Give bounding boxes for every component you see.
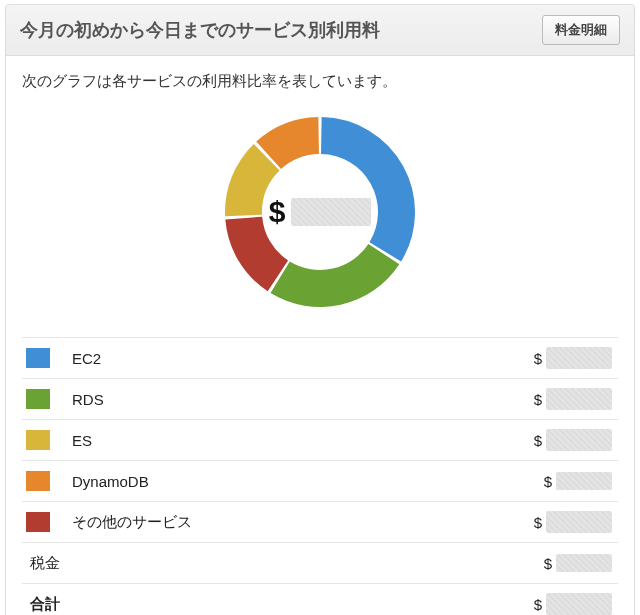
card-title: 今月の初めから今日までのサービス別利用料	[20, 18, 380, 42]
legend-label: その他のサービス	[72, 513, 534, 532]
amount-redacted	[546, 347, 612, 369]
currency-symbol: $	[544, 555, 552, 572]
amount: $	[544, 472, 618, 490]
amount-redacted	[556, 554, 612, 572]
amount-redacted	[546, 511, 612, 533]
currency-symbol: $	[534, 350, 542, 367]
card-header: 今月の初めから今日までのサービス別利用料 料金明細	[6, 5, 634, 56]
color-swatch	[26, 389, 50, 409]
tax-row: 税金$	[22, 543, 618, 584]
legend-row: その他のサービス$	[22, 502, 618, 543]
legend-label: ES	[72, 432, 534, 449]
color-swatch	[26, 430, 50, 450]
legend-list: EC2$RDS$ES$DynamoDB$その他のサービス$税金$合計$	[22, 337, 618, 615]
amount: $	[534, 429, 618, 451]
amount: $	[534, 347, 618, 369]
amount: $	[534, 511, 618, 533]
donut-center: $	[215, 107, 425, 317]
total-row: 合計$	[22, 584, 618, 615]
legend-row: ES$	[22, 420, 618, 461]
billing-details-button[interactable]: 料金明細	[542, 15, 620, 45]
color-swatch	[26, 348, 50, 368]
color-swatch	[26, 471, 50, 491]
amount-redacted	[546, 429, 612, 451]
currency-symbol: $	[544, 473, 552, 490]
currency-symbol: $	[534, 391, 542, 408]
legend-label: DynamoDB	[72, 473, 544, 490]
legend-label: RDS	[72, 391, 534, 408]
tax-label: 税金	[30, 554, 544, 573]
legend-label: EC2	[72, 350, 534, 367]
legend-row: DynamoDB$	[22, 461, 618, 502]
currency-symbol: $	[534, 514, 542, 531]
currency-symbol: $	[534, 432, 542, 449]
amount: $	[534, 388, 618, 410]
legend-row: EC2$	[22, 338, 618, 379]
total-label: 合計	[30, 595, 534, 614]
center-currency-symbol: $	[269, 195, 286, 229]
color-swatch	[26, 512, 50, 532]
donut-chart: $	[215, 107, 425, 317]
card-subtitle: 次のグラフは各サービスの利用料比率を表しています。	[22, 72, 618, 91]
amount-redacted	[556, 472, 612, 490]
card-body: 次のグラフは各サービスの利用料比率を表しています。 $ EC2$RDS$ES$D…	[6, 56, 634, 615]
center-amount-redacted	[291, 198, 371, 226]
amount-redacted	[546, 388, 612, 410]
billing-card: 今月の初めから今日までのサービス別利用料 料金明細 次のグラフは各サービスの利用…	[5, 4, 635, 615]
amount: $	[534, 593, 618, 615]
currency-symbol: $	[534, 596, 542, 613]
amount: $	[544, 554, 618, 572]
amount-redacted	[546, 593, 612, 615]
legend-row: RDS$	[22, 379, 618, 420]
